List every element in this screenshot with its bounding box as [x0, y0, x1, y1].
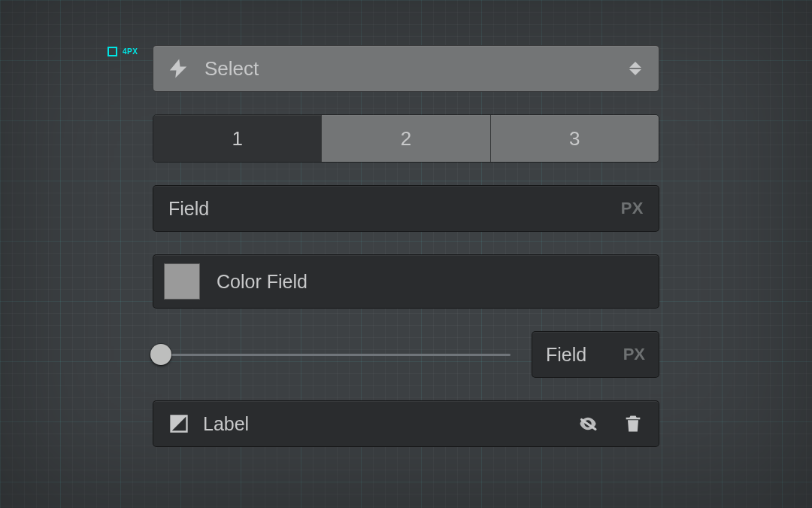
- bolt-icon: [167, 57, 189, 80]
- eye-off-icon: [577, 413, 598, 434]
- layer-label: Label: [203, 413, 564, 435]
- slider-field-unit: PX: [623, 345, 645, 364]
- slider-field-value: Field: [546, 344, 623, 366]
- slider-track: [153, 354, 511, 356]
- segment-3[interactable]: 3: [490, 115, 659, 162]
- controls-stack: Select 1 2 3 Field PX Color Field Fi: [153, 45, 659, 447]
- segment-label: 2: [401, 127, 411, 151]
- slider-row: Field PX: [153, 331, 659, 378]
- layer-row: Label: [153, 400, 659, 447]
- segment-2[interactable]: 2: [321, 115, 489, 162]
- trash-icon: [623, 413, 644, 434]
- scale-badge: 4PX: [108, 47, 138, 56]
- visibility-toggle[interactable]: [577, 413, 598, 434]
- color-swatch[interactable]: [164, 263, 200, 300]
- exposure-icon: [168, 413, 189, 434]
- color-field-label: Color Field: [217, 271, 308, 293]
- slider-thumb[interactable]: [150, 344, 171, 365]
- color-field[interactable]: Color Field: [153, 254, 659, 309]
- select-label: Select: [205, 57, 614, 81]
- select-dropdown[interactable]: Select: [153, 45, 659, 92]
- text-field-unit: PX: [621, 199, 644, 218]
- select-chevrons-icon: [629, 62, 642, 75]
- segment-label: 1: [232, 127, 242, 151]
- slider[interactable]: [153, 331, 511, 378]
- delete-button[interactable]: [623, 413, 644, 434]
- text-field-value: Field: [168, 198, 621, 220]
- scale-label: 4PX: [123, 47, 138, 56]
- segment-label: 3: [569, 127, 580, 151]
- scale-swatch-icon: [108, 47, 117, 56]
- slider-field[interactable]: Field PX: [532, 331, 659, 378]
- segmented-control: 1 2 3: [153, 114, 659, 163]
- segment-1[interactable]: 1: [153, 115, 321, 162]
- text-field[interactable]: Field PX: [153, 185, 659, 232]
